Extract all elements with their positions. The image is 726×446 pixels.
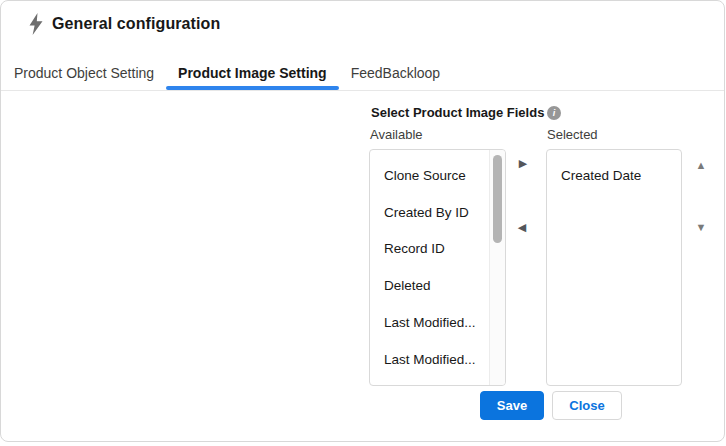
tab-product-image-setting[interactable]: Product Image Setting xyxy=(166,56,339,90)
list-item[interactable]: Last Modified... xyxy=(370,304,505,341)
save-button[interactable]: Save xyxy=(480,391,544,420)
list-item[interactable]: Record ID xyxy=(370,231,505,268)
selected-label: Selected xyxy=(547,127,598,142)
general-configuration-card: General configuration Product Object Set… xyxy=(0,0,725,442)
tab-feedbackloop[interactable]: FeedBackloop xyxy=(339,56,453,90)
list-item[interactable]: Clone Source xyxy=(370,157,505,194)
available-listbox[interactable]: Clone Source Created By ID Record ID Del… xyxy=(369,149,506,386)
section-label: Select Product Image Fields xyxy=(371,105,544,120)
tab-label: Product Object Setting xyxy=(14,65,154,81)
available-label: Available xyxy=(370,127,423,142)
move-right-icon[interactable]: ▶ xyxy=(515,155,531,171)
list-item[interactable]: Last Modified... xyxy=(370,341,505,378)
list-item[interactable]: Created By ID xyxy=(370,194,505,231)
close-button[interactable]: Close xyxy=(552,391,622,420)
scrollbar-thumb[interactable] xyxy=(493,155,502,243)
available-list: Clone Source Created By ID Record ID Del… xyxy=(370,150,505,378)
tab-product-object-setting[interactable]: Product Object Setting xyxy=(2,56,166,90)
active-tab-underline xyxy=(166,86,339,90)
move-down-icon[interactable]: ▼ xyxy=(693,219,709,235)
selected-list: Created Date xyxy=(547,150,681,194)
list-item[interactable]: Created Date xyxy=(547,157,681,194)
tab-bar: Product Object Setting Product Image Set… xyxy=(1,56,724,91)
selected-listbox[interactable]: Created Date xyxy=(546,149,682,386)
scrollbar-track[interactable] xyxy=(489,150,505,385)
page-header: General configuration xyxy=(28,13,220,35)
tab-label: Product Image Setting xyxy=(178,65,327,81)
tab-label: FeedBackloop xyxy=(351,65,441,81)
page-title: General configuration xyxy=(52,15,220,33)
list-item[interactable]: Deleted xyxy=(370,267,505,304)
move-up-icon[interactable]: ▲ xyxy=(693,157,709,173)
info-icon[interactable]: i xyxy=(547,106,561,120)
lightning-icon xyxy=(28,13,44,35)
move-left-icon[interactable]: ◀ xyxy=(514,219,530,235)
